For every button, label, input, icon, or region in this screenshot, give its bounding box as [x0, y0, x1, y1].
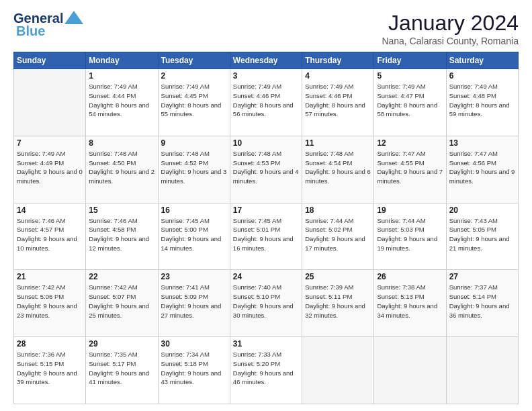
calendar-cell: 28Sunrise: 7:36 AMSunset: 5:15 PMDayligh…: [14, 337, 86, 404]
calendar-cell: 15Sunrise: 7:46 AMSunset: 4:58 PMDayligh…: [86, 203, 158, 270]
calendar: SundayMondayTuesdayWednesdayThursdayFrid…: [13, 52, 519, 404]
day-number: 24: [233, 272, 299, 281]
day-info: Sunrise: 7:48 AMSunset: 4:50 PMDaylight:…: [89, 149, 154, 186]
calendar-cell: 4Sunrise: 7:49 AMSunset: 4:46 PMDaylight…: [302, 69, 374, 136]
day-number: 3: [233, 71, 299, 81]
day-number: 8: [89, 138, 154, 148]
page: General Blue January 2024 Nana, Calarasi…: [0, 0, 532, 411]
calendar-cell: 2Sunrise: 7:49 AMSunset: 4:45 PMDaylight…: [158, 69, 230, 136]
day-number: 17: [233, 205, 299, 215]
calendar-cell: 14Sunrise: 7:46 AMSunset: 4:57 PMDayligh…: [14, 203, 86, 270]
day-number: 15: [89, 205, 154, 215]
day-number: 18: [305, 205, 371, 215]
calendar-cell: 3Sunrise: 7:49 AMSunset: 4:46 PMDaylight…: [230, 69, 302, 136]
day-info: Sunrise: 7:44 AMSunset: 5:03 PMDaylight:…: [377, 216, 443, 253]
day-info: Sunrise: 7:46 AMSunset: 4:57 PMDaylight:…: [17, 216, 83, 253]
header: General Blue January 2024 Nana, Calarasi…: [13, 11, 519, 46]
calendar-cell: 5Sunrise: 7:49 AMSunset: 4:47 PMDaylight…: [374, 69, 446, 136]
day-number: 12: [377, 138, 443, 148]
day-header-monday: Monday: [86, 52, 158, 69]
day-number: 9: [161, 138, 227, 148]
calendar-header-row: SundayMondayTuesdayWednesdayThursdayFrid…: [14, 52, 519, 69]
day-header-thursday: Thursday: [302, 52, 374, 69]
day-info: Sunrise: 7:36 AMSunset: 5:15 PMDaylight:…: [17, 350, 83, 387]
calendar-week-4: 21Sunrise: 7:42 AMSunset: 5:06 PMDayligh…: [14, 270, 519, 337]
logo: General Blue: [13, 11, 83, 39]
day-info: Sunrise: 7:48 AMSunset: 4:54 PMDaylight:…: [305, 149, 371, 186]
day-number: 20: [449, 205, 515, 215]
logo-icon: [64, 11, 83, 24]
day-info: Sunrise: 7:49 AMSunset: 4:46 PMDaylight:…: [305, 82, 371, 119]
calendar-week-2: 7Sunrise: 7:49 AMSunset: 4:49 PMDaylight…: [14, 136, 519, 203]
calendar-cell: 24Sunrise: 7:40 AMSunset: 5:10 PMDayligh…: [230, 270, 302, 337]
day-info: Sunrise: 7:41 AMSunset: 5:09 PMDaylight:…: [161, 283, 227, 320]
calendar-cell: 13Sunrise: 7:47 AMSunset: 4:56 PMDayligh…: [446, 136, 518, 203]
title-block: January 2024 Nana, Calarasi County, Roma…: [382, 11, 519, 46]
day-header-sunday: Sunday: [14, 52, 86, 69]
day-info: Sunrise: 7:45 AMSunset: 5:00 PMDaylight:…: [161, 216, 227, 253]
calendar-cell: 10Sunrise: 7:48 AMSunset: 4:53 PMDayligh…: [230, 136, 302, 203]
day-header-saturday: Saturday: [446, 52, 518, 69]
day-number: 19: [377, 205, 443, 215]
calendar-cell: 1Sunrise: 7:49 AMSunset: 4:44 PMDaylight…: [86, 69, 158, 136]
day-number: 16: [161, 205, 227, 215]
day-number: 31: [233, 339, 299, 349]
calendar-cell: 17Sunrise: 7:45 AMSunset: 5:01 PMDayligh…: [230, 203, 302, 270]
day-header-wednesday: Wednesday: [230, 52, 302, 69]
logo-blue: Blue: [16, 24, 45, 39]
day-header-tuesday: Tuesday: [158, 52, 230, 69]
calendar-cell: [302, 337, 374, 404]
calendar-cell: 18Sunrise: 7:44 AMSunset: 5:02 PMDayligh…: [302, 203, 374, 270]
day-number: 7: [17, 138, 83, 148]
day-info: Sunrise: 7:49 AMSunset: 4:45 PMDaylight:…: [161, 82, 227, 119]
day-number: 1: [89, 71, 154, 81]
day-info: Sunrise: 7:48 AMSunset: 4:52 PMDaylight:…: [161, 149, 227, 186]
calendar-cell: 16Sunrise: 7:45 AMSunset: 5:00 PMDayligh…: [158, 203, 230, 270]
day-info: Sunrise: 7:49 AMSunset: 4:48 PMDaylight:…: [449, 82, 515, 119]
calendar-cell: 20Sunrise: 7:43 AMSunset: 5:05 PMDayligh…: [446, 203, 518, 270]
day-number: 4: [305, 71, 371, 81]
day-number: 11: [305, 138, 371, 148]
svg-marker-0: [64, 11, 83, 24]
calendar-cell: 6Sunrise: 7:49 AMSunset: 4:48 PMDaylight…: [446, 69, 518, 136]
day-info: Sunrise: 7:49 AMSunset: 4:46 PMDaylight:…: [233, 82, 299, 119]
subtitle: Nana, Calarasi County, Romania: [382, 36, 519, 46]
day-number: 27: [449, 272, 515, 281]
day-info: Sunrise: 7:39 AMSunset: 5:11 PMDaylight:…: [305, 283, 371, 320]
calendar-cell: 11Sunrise: 7:48 AMSunset: 4:54 PMDayligh…: [302, 136, 374, 203]
day-info: Sunrise: 7:46 AMSunset: 4:58 PMDaylight:…: [89, 216, 154, 253]
day-info: Sunrise: 7:42 AMSunset: 5:07 PMDaylight:…: [89, 283, 154, 320]
calendar-cell: 31Sunrise: 7:33 AMSunset: 5:20 PMDayligh…: [230, 337, 302, 404]
calendar-cell: [446, 337, 518, 404]
day-info: Sunrise: 7:38 AMSunset: 5:13 PMDaylight:…: [377, 283, 443, 320]
day-info: Sunrise: 7:43 AMSunset: 5:05 PMDaylight:…: [449, 216, 515, 253]
day-info: Sunrise: 7:48 AMSunset: 4:53 PMDaylight:…: [233, 149, 299, 186]
calendar-cell: 8Sunrise: 7:48 AMSunset: 4:50 PMDaylight…: [86, 136, 158, 203]
calendar-cell: 23Sunrise: 7:41 AMSunset: 5:09 PMDayligh…: [158, 270, 230, 337]
day-number: 23: [161, 272, 227, 281]
calendar-cell: [374, 337, 446, 404]
day-info: Sunrise: 7:34 AMSunset: 5:18 PMDaylight:…: [161, 350, 227, 387]
day-number: 10: [233, 138, 299, 148]
day-number: 14: [17, 205, 83, 215]
main-title: January 2024: [382, 11, 519, 36]
calendar-cell: 12Sunrise: 7:47 AMSunset: 4:55 PMDayligh…: [374, 136, 446, 203]
calendar-week-5: 28Sunrise: 7:36 AMSunset: 5:15 PMDayligh…: [14, 337, 519, 404]
calendar-cell: 27Sunrise: 7:37 AMSunset: 5:14 PMDayligh…: [446, 270, 518, 337]
day-info: Sunrise: 7:40 AMSunset: 5:10 PMDaylight:…: [233, 283, 299, 320]
calendar-cell: 22Sunrise: 7:42 AMSunset: 5:07 PMDayligh…: [86, 270, 158, 337]
day-info: Sunrise: 7:33 AMSunset: 5:20 PMDaylight:…: [233, 350, 299, 387]
day-number: 13: [449, 138, 515, 148]
calendar-cell: 29Sunrise: 7:35 AMSunset: 5:17 PMDayligh…: [86, 337, 158, 404]
day-number: 30: [161, 339, 227, 349]
calendar-cell: [14, 69, 86, 136]
day-info: Sunrise: 7:35 AMSunset: 5:17 PMDaylight:…: [89, 350, 154, 387]
calendar-cell: 9Sunrise: 7:48 AMSunset: 4:52 PMDaylight…: [158, 136, 230, 203]
calendar-cell: 19Sunrise: 7:44 AMSunset: 5:03 PMDayligh…: [374, 203, 446, 270]
calendar-cell: 25Sunrise: 7:39 AMSunset: 5:11 PMDayligh…: [302, 270, 374, 337]
day-info: Sunrise: 7:47 AMSunset: 4:55 PMDaylight:…: [377, 149, 443, 186]
day-number: 22: [89, 272, 154, 281]
calendar-cell: 7Sunrise: 7:49 AMSunset: 4:49 PMDaylight…: [14, 136, 86, 203]
day-number: 28: [17, 339, 83, 349]
calendar-cell: 30Sunrise: 7:34 AMSunset: 5:18 PMDayligh…: [158, 337, 230, 404]
